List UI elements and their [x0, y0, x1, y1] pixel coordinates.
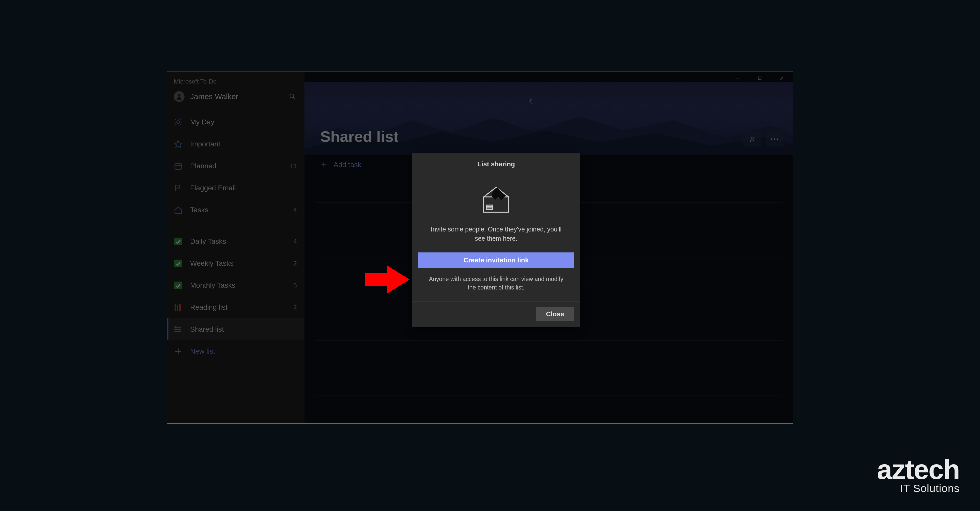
sidebar: Microsoft To-Do James Walker My Day — [167, 72, 304, 423]
plus-icon — [174, 347, 183, 356]
titlebar — [304, 72, 793, 82]
sidebar-item-label: Weekly Tasks — [190, 259, 234, 268]
count-badge: 5 — [293, 282, 297, 289]
sidebar-item-daily[interactable]: Daily Tasks 4 — [167, 230, 304, 252]
list-heading: Shared list — [320, 128, 399, 145]
home-icon — [174, 206, 183, 214]
list-sharing-dialog: List sharing Invite some people. Once th… — [412, 153, 580, 327]
sidebar-item-important[interactable]: Important — [167, 133, 304, 155]
sidebar-item-planned[interactable]: Planned 11 — [167, 155, 304, 177]
moon-icon: ☾ — [529, 98, 535, 105]
svg-line-8 — [175, 119, 176, 120]
dialog-invite-text: Invite some people. Once they've joined,… — [412, 223, 580, 252]
svg-rect-13 — [175, 163, 181, 169]
sidebar-item-label: Planned — [190, 162, 216, 170]
svg-point-22 — [175, 331, 176, 332]
svg-point-20 — [175, 327, 176, 327]
calendar-icon — [174, 162, 183, 171]
task-row[interactable] — [315, 340, 783, 368]
window-minimize-icon[interactable] — [727, 74, 749, 82]
list-icon — [174, 325, 183, 334]
sidebar-item-monthly[interactable]: Monthly Tasks 5 — [167, 275, 304, 296]
books-icon — [174, 303, 183, 312]
sun-icon — [174, 118, 183, 126]
sidebar-item-label: Reading list — [190, 303, 228, 311]
annotation-arrow-icon — [365, 264, 410, 295]
check-icon — [174, 259, 183, 268]
envelope-icon — [412, 173, 580, 223]
sidebar-item-label: Tasks — [190, 206, 208, 214]
star-icon — [174, 140, 183, 149]
flag-icon — [174, 184, 183, 192]
svg-marker-39 — [365, 265, 410, 294]
sidebar-item-label: My Day — [190, 118, 215, 126]
sidebar-item-flagged[interactable]: Flagged Email — [167, 177, 304, 199]
sidebar-item-shared[interactable]: Shared list — [167, 318, 304, 340]
list-header: ☾ Shared list — [304, 82, 793, 155]
svg-line-10 — [180, 119, 181, 120]
window-maximize-icon[interactable] — [749, 74, 771, 82]
user-name: James Walker — [190, 92, 239, 101]
svg-point-21 — [175, 329, 176, 330]
sidebar-item-weekly[interactable]: Weekly Tasks 2 — [167, 252, 304, 275]
svg-point-1 — [290, 94, 294, 98]
svg-line-11 — [175, 125, 176, 125]
smart-lists: My Day Important Planned 11 — [167, 111, 304, 221]
watermark-logo: aztech IT Solutions — [877, 457, 959, 495]
add-task-label: Add task — [334, 161, 361, 169]
count-badge: 4 — [293, 238, 297, 245]
dialog-title: List sharing — [412, 153, 580, 173]
count-badge: 2 — [293, 304, 297, 311]
check-icon — [174, 281, 183, 290]
header-actions — [743, 131, 783, 147]
sidebar-item-reading[interactable]: Reading list 2 — [167, 296, 304, 318]
app-window: Microsoft To-Do James Walker My Day — [167, 72, 793, 424]
create-invitation-link-button[interactable]: Create invitation link — [418, 252, 574, 268]
sidebar-item-tasks[interactable]: Tasks 4 — [167, 199, 304, 221]
window-close-icon[interactable] — [771, 74, 793, 82]
sidebar-item-label: Flagged Email — [190, 184, 236, 192]
sidebar-item-label: Daily Tasks — [190, 237, 226, 246]
cta-description: Anyone with access to this link can view… — [412, 268, 580, 302]
new-list-button[interactable]: New list — [167, 340, 304, 362]
app-title: Microsoft To-Do — [167, 72, 304, 90]
svg-line-9 — [180, 125, 181, 125]
more-options-button[interactable] — [765, 131, 783, 147]
svg-rect-35 — [487, 205, 493, 209]
svg-point-0 — [178, 94, 180, 97]
sidebar-item-label: Important — [190, 140, 220, 148]
sidebar-item-myday[interactable]: My Day — [167, 111, 304, 133]
watermark-brand: aztech — [877, 457, 959, 482]
user-lists: Daily Tasks 4 Weekly Tasks 2 Monthly Tas… — [167, 230, 304, 340]
search-icon[interactable] — [288, 92, 297, 101]
svg-point-29 — [751, 137, 753, 139]
svg-rect-26 — [759, 77, 761, 80]
share-list-button[interactable] — [743, 131, 761, 147]
svg-marker-12 — [175, 141, 182, 147]
check-icon — [174, 237, 183, 246]
count-badge: 11 — [290, 163, 297, 170]
svg-line-2 — [293, 97, 295, 99]
sidebar-item-label: New list — [190, 347, 215, 355]
avatar — [174, 91, 185, 102]
sidebar-item-label: Monthly Tasks — [190, 281, 235, 289]
sidebar-item-label: Shared list — [190, 325, 224, 334]
user-row[interactable]: James Walker — [167, 90, 304, 109]
count-badge: 4 — [293, 206, 297, 214]
close-button[interactable]: Close — [536, 307, 574, 321]
svg-point-3 — [177, 121, 180, 123]
task-row[interactable] — [315, 368, 783, 396]
count-badge: 2 — [293, 260, 297, 267]
